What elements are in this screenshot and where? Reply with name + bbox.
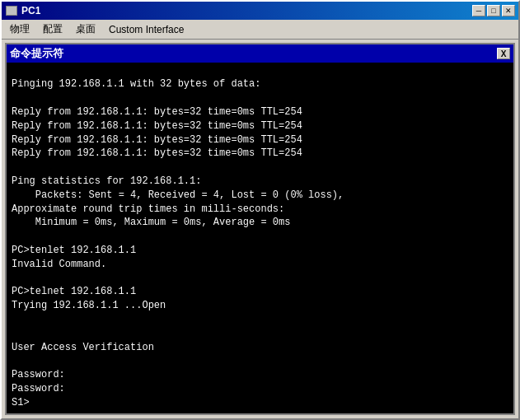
close-button[interactable]: ✕ bbox=[502, 5, 515, 16]
main-window: PC1 ─ □ ✕ 物理 配置 桌面 Custom Interface 命令提示… bbox=[0, 0, 520, 420]
menu-desktop[interactable]: 桌面 bbox=[69, 21, 102, 38]
menu-physics[interactable]: 物理 bbox=[3, 21, 36, 38]
title-bar-left: PC1 bbox=[5, 4, 40, 17]
window-title: PC1 bbox=[21, 5, 40, 16]
cmd-text: [Connection to 192.168.1.1 closed by for… bbox=[12, 63, 508, 410]
window-controls: ─ □ ✕ bbox=[472, 5, 515, 16]
pc-icon bbox=[5, 4, 18, 17]
maximize-button[interactable]: □ bbox=[487, 5, 500, 16]
cmd-output[interactable]: [Connection to 192.168.1.1 closed by for… bbox=[7, 63, 513, 413]
menu-custom-interface[interactable]: Custom Interface bbox=[102, 21, 190, 38]
menu-config[interactable]: 配置 bbox=[36, 21, 69, 38]
cmd-title: 命令提示符 bbox=[10, 46, 63, 61]
cmd-title-bar: 命令提示符 X bbox=[7, 44, 513, 63]
main-content: 命令提示符 X [Connection to 192.168.1.1 close… bbox=[2, 40, 518, 418]
minimize-button[interactable]: ─ bbox=[472, 5, 485, 16]
title-bar: PC1 ─ □ ✕ bbox=[2, 2, 518, 20]
cmd-close-button[interactable]: X bbox=[497, 48, 510, 59]
menu-bar: 物理 配置 桌面 Custom Interface bbox=[2, 20, 518, 40]
cmd-window: 命令提示符 X [Connection to 192.168.1.1 close… bbox=[5, 43, 515, 415]
